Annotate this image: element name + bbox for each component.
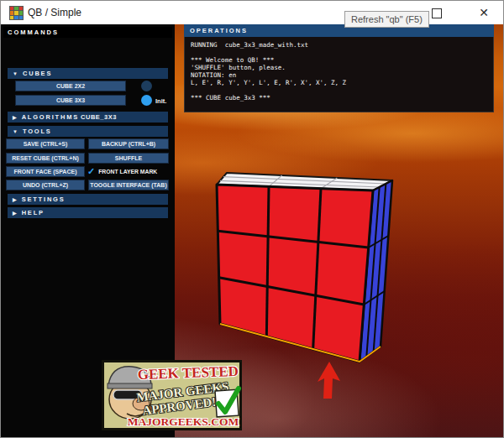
console-line: *** Welcome to QB! ***: [191, 56, 487, 64]
cube-2x2-button[interactable]: CUBE 2X2: [15, 81, 126, 91]
front-face-label: FRONT FACE (SPACE): [14, 169, 77, 175]
console-line: RUNNING cube_3x3_made_with.txt: [191, 41, 487, 49]
undo-label: UNDO (CTRL+Z): [23, 182, 68, 188]
section-cubes[interactable]: ▼ CUBES: [8, 68, 168, 79]
app-icon: [9, 6, 24, 20]
cube-3x3-label: CUBE 3X3: [56, 97, 85, 103]
undo-button[interactable]: UNDO (CTRL+Z): [6, 180, 85, 190]
chevron-down-icon: ▼: [13, 71, 18, 76]
console-line: [191, 86, 487, 94]
front-layer-mark-checkbox[interactable]: ✓ FRONT LAYER MARK: [87, 166, 171, 177]
chevron-right-icon: ▶: [13, 210, 17, 216]
backup-button[interactable]: BACKUP (CTRL+B): [88, 138, 169, 149]
chevron-down-icon: ▼: [13, 129, 18, 134]
console-line: *** CUBE cube_3x3 ***: [191, 94, 487, 102]
init-label: Init.: [155, 97, 166, 105]
section-settings[interactable]: ▶ SETTINGS: [8, 194, 168, 205]
reset-cube-button[interactable]: RESET CUBE (CTRL+N): [6, 153, 85, 164]
badge-line4: MAJORGEEKS.COM: [128, 415, 239, 428]
cube-2x2-label: CUBE 2X2: [56, 83, 85, 89]
save-label: SAVE (CTRL+S): [24, 141, 68, 147]
operations-console: RUNNING cube_3x3_made_with.txt *** Welco…: [184, 37, 494, 112]
operations-header: OPERATIONS: [184, 24, 494, 37]
section-algorithms-param: CUBE_3X3: [81, 113, 117, 121]
operations-panel: OPERATIONS RUNNING cube_3x3_made_with.tx…: [184, 24, 494, 112]
maximize-button[interactable]: [432, 8, 442, 18]
shuffle-label: SHUFFLE: [115, 155, 142, 161]
console-line: [191, 49, 487, 56]
majorgeeks-badge: GEEK TESTED MAJOR GEEKS APPROVED! MAJORG…: [102, 360, 242, 430]
chevron-right-icon: ▶: [13, 114, 17, 120]
refresh-tooltip: Refresh "qb" (F5): [344, 11, 429, 28]
section-settings-label: SETTINGS: [22, 196, 66, 203]
window-title: QB / Simple: [28, 7, 81, 18]
approved-check-icon: [215, 388, 239, 417]
section-tools[interactable]: ▼ TOOLS: [8, 126, 168, 137]
backup-label: BACKUP (CTRL+B): [102, 141, 155, 147]
section-help-label: HELP: [22, 209, 45, 216]
console-line: 'SHUFFLE' button, please.: [191, 64, 487, 71]
close-button[interactable]: ✕: [475, 4, 493, 21]
front-face-button[interactable]: FRONT FACE (SPACE): [6, 166, 85, 177]
section-tools-label: TOOLS: [23, 128, 52, 135]
sidebar-title: COMMANDS: [3, 27, 172, 38]
toggle-interface-button[interactable]: TOOGLE INTERFACE (TAB): [88, 180, 169, 190]
toggle-interface-label: TOOGLE INTERFACE (TAB): [90, 182, 167, 188]
save-button[interactable]: SAVE (CTRL+S): [6, 138, 85, 149]
app-window: COMMANDS ▼ CUBES CUBE 2X2 CUBE 3X3 Init.…: [0, 0, 504, 438]
section-algorithms[interactable]: ▶ ALGORITHMS CUBE_3X3: [8, 112, 168, 123]
console-line: L, E', R, Y', Y', L', E, R', X', X', Z, …: [191, 79, 487, 86]
cube-3x3-button[interactable]: CUBE 3X3: [15, 95, 126, 106]
cube-3x3-radio[interactable]: [141, 95, 152, 106]
console-line: NOTATION: en: [191, 71, 487, 79]
reset-cube-label: RESET CUBE (CTRL+N): [12, 155, 79, 161]
section-help[interactable]: ▶ HELP: [8, 207, 168, 218]
section-cubes-label: CUBES: [23, 70, 52, 77]
section-algorithms-label: ALGORITHMS: [22, 113, 79, 121]
front-layer-mark-label: FRONT LAYER MARK: [98, 169, 157, 175]
chevron-right-icon: ▶: [13, 196, 17, 202]
checkmark-icon: ✓: [87, 166, 95, 177]
shuffle-button[interactable]: SHUFFLE: [88, 153, 169, 164]
cube-2x2-radio[interactable]: [141, 81, 152, 91]
